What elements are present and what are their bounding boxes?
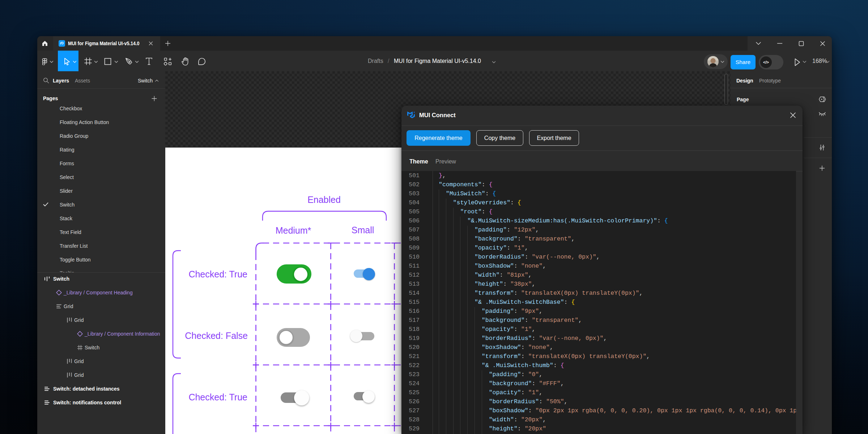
svg-text:Checked: False: Checked: False xyxy=(185,331,248,341)
svg-text:Medium*: Medium* xyxy=(276,225,311,235)
svg-text:Small: Small xyxy=(352,225,374,235)
svg-text:Checked: True: Checked: True xyxy=(188,269,247,279)
svg-text:Enabled: Enabled xyxy=(307,195,341,205)
svg-text:Checked: True: Checked: True xyxy=(188,392,247,402)
